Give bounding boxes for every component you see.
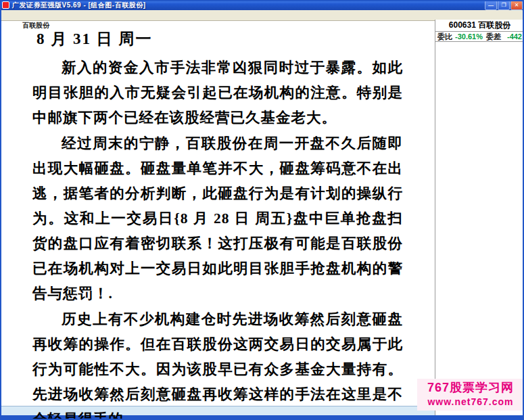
close-button[interactable]: ✕ xyxy=(510,1,523,10)
annotation-date-heading: 8 月 31 日 周一 xyxy=(37,28,403,49)
annotation-paragraph: 经过周末的宁静，百联股份在周一开盘不久后随即出现大幅砸盘。砸盘量单笔并不大，砸盘… xyxy=(32,131,403,306)
annotation-paragraph: 历史上有不少机构建仓时先进场收筹然后刻意砸盘再收筹的操作。但在百联股份这两交易日… xyxy=(32,307,403,420)
app-icon xyxy=(2,1,9,9)
weicha-value: -442 xyxy=(504,32,522,41)
watermark-site-name: 767股票学习网 xyxy=(417,379,524,396)
quote-panel: 600631 百联股份 委比 -30.61% 委差 -442 xyxy=(435,20,524,415)
weicha-label: 委差 xyxy=(486,32,504,41)
weibi-value: -30.61% xyxy=(455,32,483,41)
stock-code-name: 600631 百联股份 xyxy=(435,20,524,32)
weibi-label: 委比 xyxy=(437,32,455,41)
annotation-overlay: 8 月 31 日 周一 新入的资金入市手法非常凶狠同时过于暴露。如此明目张胆的入… xyxy=(32,28,403,420)
minimize-button[interactable]: — xyxy=(485,1,497,10)
window-titlebar[interactable]: 广发证券至强版V5.69 - [组合图-百联股份] — ❐ ✕ xyxy=(0,0,524,10)
tick-list[interactable] xyxy=(435,41,524,237)
annotation-paragraph: 新入的资金入市手法非常凶狠同时过于暴露。如此明目张胆的入市无疑会引起已在场机构的… xyxy=(32,55,403,131)
watermark: 767股票学习网 www.net767.com xyxy=(417,379,524,411)
window-title: 广发证券至强版V5.69 - [组合图-百联股份] xyxy=(12,1,146,10)
watermark-site-url: www.net767.com xyxy=(417,396,524,408)
restore-button[interactable]: ❐ xyxy=(498,1,510,10)
weibi-row: 委比 -30.61% 委差 -442 xyxy=(435,32,524,41)
